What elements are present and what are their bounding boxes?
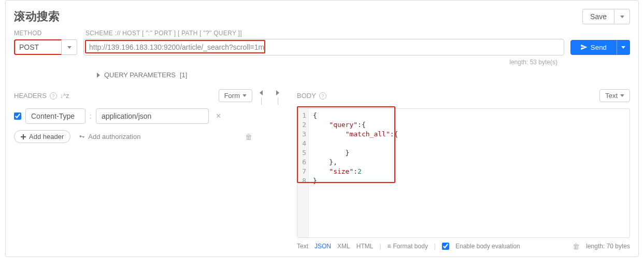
- eval-label: Enable body evaluation: [455, 243, 520, 250]
- help-icon[interactable]: ?: [319, 92, 326, 100]
- body-editor[interactable]: 1 2 3 4 5 6 7 8 { "query":{ "match_all":…: [297, 108, 630, 238]
- tab-xml[interactable]: XML: [337, 243, 350, 250]
- url-input[interactable]: [83, 39, 564, 55]
- tab-json[interactable]: JSON: [314, 243, 331, 250]
- qp-label: QUERY PARAMETERS: [104, 71, 176, 79]
- method-select: POST: [14, 39, 77, 55]
- body-mode-button[interactable]: Text: [599, 89, 630, 102]
- method-dropdown-button[interactable]: [62, 39, 77, 55]
- url-label: SCHEME :// HOST [ ":" PORT ] [ PATH [ "?…: [85, 30, 242, 37]
- qp-count: [1]: [180, 71, 187, 79]
- method-label: METHOD: [14, 30, 76, 37]
- chevron-down-icon: [621, 46, 625, 49]
- headers-pane: HEADERS ? ↓ᴬᴢ Form : × Add he: [14, 89, 257, 250]
- add-header-label: Add header: [29, 133, 64, 140]
- body-title: BODY: [297, 92, 316, 100]
- key-icon: [79, 134, 85, 140]
- save-dropdown-button[interactable]: [614, 9, 630, 24]
- tab-text[interactable]: Text: [297, 243, 308, 250]
- add-auth-label: Add authorization: [88, 133, 140, 140]
- save-button-group: Save: [582, 9, 630, 24]
- format-icon: ≡: [388, 243, 391, 250]
- code-area[interactable]: { "query":{ "match_all":{ } }, "size":2 …: [309, 109, 629, 237]
- plus-icon: [21, 134, 26, 139]
- clear-headers-button[interactable]: 🗑: [245, 133, 252, 141]
- chevron-down-icon: [242, 94, 247, 97]
- add-header-button[interactable]: Add header: [14, 130, 70, 143]
- send-dropdown-button[interactable]: [617, 40, 630, 55]
- clear-body-button[interactable]: 🗑: [573, 242, 580, 250]
- method-value[interactable]: POST: [14, 39, 62, 55]
- send-button[interactable]: Send: [570, 40, 617, 55]
- header-key-input[interactable]: [25, 108, 85, 124]
- body-footer: Text JSON XML HTML | ≡Format body | Enab…: [297, 242, 630, 250]
- headers-title: HEADERS: [14, 92, 47, 100]
- query-parameters-toggle[interactable]: QUERY PARAMETERS [1]: [97, 71, 630, 79]
- eval-checkbox[interactable]: [442, 243, 449, 250]
- mode-label: Text: [605, 92, 618, 100]
- chevron-right-icon: [97, 73, 100, 78]
- headers-form-button[interactable]: Form: [219, 89, 252, 102]
- add-authorization-link[interactable]: Add authorization: [79, 133, 140, 140]
- save-button[interactable]: Save: [582, 9, 614, 24]
- url-length-label: length: 53 byte(s): [509, 59, 557, 66]
- chevron-down-icon: [620, 16, 624, 18]
- header-value-input[interactable]: [96, 108, 209, 124]
- line-gutter: 1 2 3 4 5 6 7 8: [297, 109, 309, 237]
- format-body-button[interactable]: ≡Format body: [388, 243, 428, 250]
- body-pane: BODY ? Text 1 2 3 4 5 6 7 8 { "query":{ …: [281, 89, 630, 250]
- sort-icon[interactable]: ↓ᴬᴢ: [60, 92, 69, 100]
- remove-header-button[interactable]: ×: [213, 111, 224, 121]
- send-label: Send: [591, 44, 607, 51]
- form-label: Form: [224, 92, 240, 100]
- body-length-label: length: 70 bytes: [586, 243, 630, 250]
- header-row: : ×: [14, 108, 252, 124]
- help-icon[interactable]: ?: [50, 92, 57, 100]
- chevron-left-icon: [260, 90, 263, 95]
- send-icon: [580, 44, 588, 51]
- request-panel: 滚动搜索 Save METHOD SCHEME :// HOST [ ":" P…: [5, 0, 639, 257]
- collapse-left[interactable]: [257, 89, 265, 250]
- chevron-down-icon: [620, 94, 624, 97]
- chevron-right-icon: [276, 90, 279, 95]
- panel-title: 滚动搜索: [14, 9, 60, 24]
- tab-html[interactable]: HTML: [356, 243, 374, 250]
- header-enabled-checkbox[interactable]: [14, 112, 21, 120]
- colon: :: [90, 112, 92, 120]
- collapse-right[interactable]: [274, 89, 281, 250]
- chevron-down-icon: [67, 46, 71, 49]
